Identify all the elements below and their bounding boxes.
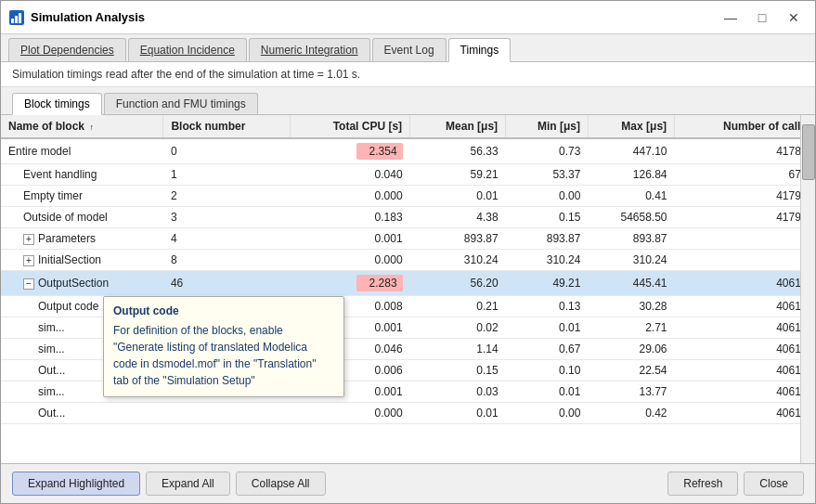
svg-rect-1 <box>11 19 14 23</box>
table-row[interactable]: Event handling10.04059.2153.37126.84672 <box>1 164 815 186</box>
sort-arrow: ↑ <box>89 123 94 132</box>
expand-all-button[interactable]: Expand All <box>146 472 230 496</box>
cell-max: 2.71 <box>588 317 674 339</box>
cell-min: 0.10 <box>506 360 589 381</box>
window-title: Simulation Analysis <box>31 10 145 24</box>
cell-calls: 40619 <box>675 296 815 317</box>
cell-mean: 0.01 <box>410 186 506 207</box>
row-name-label: InitialSection <box>38 253 101 266</box>
cell-min: 0.73 <box>506 138 589 164</box>
cell-mean: 310.24 <box>410 250 506 271</box>
cell-calls: 1 <box>675 250 815 271</box>
simulation-analysis-window: Simulation Analysis — □ ✕ Plot Dependenc… <box>0 0 816 504</box>
cell-max: 447.10 <box>588 138 674 164</box>
table-row[interactable]: +InitialSection80.000310.24310.24310.241 <box>1 250 815 271</box>
cell-max: 126.84 <box>588 164 674 186</box>
col-name: Name of block ↑ <box>1 115 163 138</box>
row-name-label: sim... <box>38 385 65 398</box>
titlebar-left: Simulation Analysis <box>8 9 145 26</box>
cell-number: 3 <box>163 207 291 228</box>
cell-calls: 40618 <box>675 381 815 403</box>
maximize-button[interactable]: □ <box>748 7 776 28</box>
expand-highlighted-button[interactable]: Expand Highlighted <box>12 472 140 496</box>
cell-calls: 40619 <box>675 271 815 296</box>
table-row[interactable]: +Parameters40.001893.87893.87893.871 <box>1 228 815 250</box>
cell-calls: 40619 <box>675 317 815 339</box>
cell-mean: 0.02 <box>410 317 506 339</box>
subtab-function-fmu[interactable]: Function and FMU timings <box>104 93 258 114</box>
cell-calls: 41792 <box>675 207 815 228</box>
cell-mean: 0.03 <box>410 381 506 403</box>
row-name-label: Event handling <box>23 168 97 181</box>
tab-timings[interactable]: Timings <box>448 38 512 62</box>
cell-mean: 0.21 <box>410 296 506 317</box>
expand-icon[interactable]: + <box>23 255 34 266</box>
refresh-button[interactable]: Refresh <box>667 472 738 496</box>
cell-max: 310.24 <box>588 250 674 271</box>
col-mean: Mean [μs] <box>410 115 506 138</box>
table-row[interactable]: Out...0.0000.010.000.4240619 <box>1 403 815 424</box>
cell-max: 29.06 <box>588 339 674 360</box>
main-tab-bar: Plot Dependencies Equation Incidence Num… <box>1 34 815 62</box>
table-container[interactable]: Name of block ↑ Block number Total CPU [… <box>1 115 815 463</box>
titlebar: Simulation Analysis — □ ✕ <box>1 1 815 34</box>
col-calls: Number of calls <box>675 115 815 138</box>
cell-mean: 59.21 <box>410 164 506 186</box>
cell-total-cpu: 0.000 <box>291 186 410 207</box>
cell-min: 0.01 <box>506 317 589 339</box>
cell-name: −OutputSection <box>1 271 163 296</box>
table-header-row: Name of block ↑ Block number Total CPU [… <box>1 115 815 138</box>
close-window-button[interactable]: ✕ <box>780 7 808 28</box>
cell-mean: 1.14 <box>410 339 506 360</box>
cell-name: Out... <box>1 403 163 424</box>
row-name-label: Out... <box>38 407 65 420</box>
cell-max: 54658.50 <box>588 207 674 228</box>
subtab-block-timings[interactable]: Block timings <box>12 93 102 115</box>
cell-min: 0.00 <box>506 186 589 207</box>
scrollbar-thumb[interactable] <box>802 124 815 180</box>
cpu-highlight-badge: 2.283 <box>356 275 403 291</box>
tab-plot-dependencies[interactable]: Plot Dependencies <box>8 38 126 61</box>
table-row[interactable]: −OutputSection462.28356.2049.21445.41406… <box>1 271 815 296</box>
expand-icon[interactable]: + <box>23 234 34 245</box>
cell-mean: 56.33 <box>410 138 506 164</box>
status-bar: Simulation timings read after the end of… <box>1 62 815 87</box>
row-name-label: OutputSection <box>38 277 109 290</box>
cell-name: Outside of model <box>1 207 163 228</box>
minimize-button[interactable]: — <box>717 7 745 28</box>
footer-left: Expand Highlighted Expand All Collapse A… <box>12 472 326 496</box>
cell-max: 13.77 <box>588 381 674 403</box>
row-name-label: Outside of model <box>23 211 108 224</box>
app-icon <box>8 9 25 26</box>
cell-number: 0 <box>163 138 291 164</box>
cell-mean: 0.15 <box>410 360 506 381</box>
table-row[interactable]: Empty timer20.0000.010.000.4141792 <box>1 186 815 207</box>
cell-min: 49.21 <box>506 271 589 296</box>
col-number: Block number <box>163 115 291 138</box>
tab-event-log[interactable]: Event Log <box>372 38 447 61</box>
cell-calls: 1 <box>675 228 815 250</box>
scrollbar-track[interactable] <box>800 115 815 463</box>
cell-calls: 40619 <box>675 403 815 424</box>
tab-numeric-integration[interactable]: Numeric Integration <box>249 38 370 61</box>
cell-max: 22.54 <box>588 360 674 381</box>
cell-name: Entire model <box>1 138 163 164</box>
cell-calls: 40619 <box>675 339 815 360</box>
cell-total-cpu: 0.001 <box>291 228 410 250</box>
table-row[interactable]: Outside of model30.1834.380.1554658.5041… <box>1 207 815 228</box>
cell-total-cpu: 0.000 <box>291 403 410 424</box>
tab-equation-incidence[interactable]: Equation Incidence <box>128 38 247 61</box>
cell-mean: 4.38 <box>410 207 506 228</box>
table-row[interactable]: Entire model02.35456.330.73447.1041789 <box>1 138 815 164</box>
row-name-label: Parameters <box>38 232 96 245</box>
cell-total-cpu: 0.183 <box>291 207 410 228</box>
cell-min: 0.13 <box>506 296 589 317</box>
cell-total-cpu: 2.283 <box>291 271 410 296</box>
col-max: Max [μs] <box>588 115 674 138</box>
row-name-label: Empty timer <box>23 189 83 202</box>
expand-icon[interactable]: − <box>23 278 34 290</box>
collapse-all-button[interactable]: Collapse All <box>236 472 326 496</box>
close-button[interactable]: Close <box>744 472 804 496</box>
cell-number: 8 <box>163 250 291 271</box>
cell-max: 445.41 <box>588 271 674 296</box>
